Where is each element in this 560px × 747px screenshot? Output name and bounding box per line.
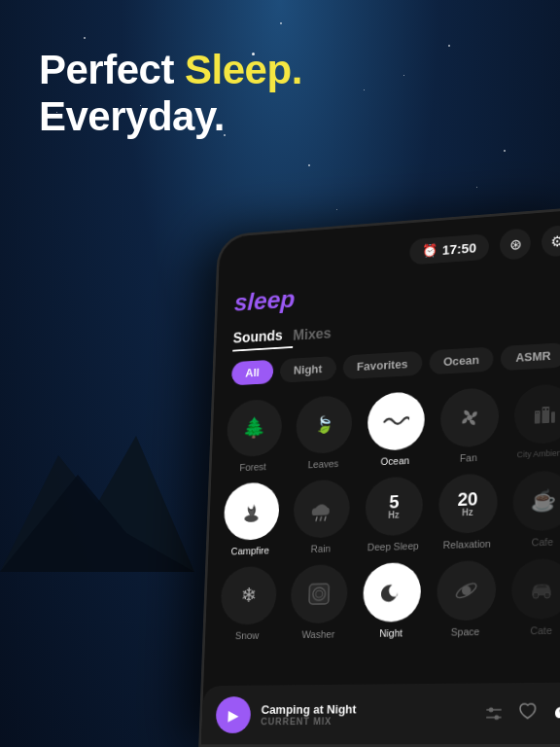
svg-rect-8 xyxy=(543,409,545,410)
play-button[interactable]: ▶ xyxy=(216,696,252,733)
svg-point-19 xyxy=(533,592,539,598)
sound-deep-sleep[interactable]: 5 Hz Deep Sleep xyxy=(362,476,426,552)
sound-ocean[interactable]: Ocean xyxy=(364,391,427,468)
washer-label: Washer xyxy=(301,628,334,640)
sound-cate[interactable]: Cate xyxy=(508,558,560,637)
sound-leaves[interactable]: 🍃 Leaves xyxy=(293,395,355,471)
rain-icon xyxy=(308,495,335,523)
headline-container: Perfect Sleep. Everyday. xyxy=(39,47,302,141)
filter-ocean[interactable]: Ocean xyxy=(429,346,494,374)
player-subtitle: CURRENT MIX xyxy=(261,716,473,727)
washer-icon xyxy=(306,580,333,608)
svg-rect-5 xyxy=(551,411,555,423)
forest-icon: 🌲 xyxy=(242,416,265,441)
space-icon xyxy=(453,578,479,604)
fan-icon xyxy=(456,405,482,431)
deep-sleep-number: 5 xyxy=(388,492,400,511)
sound-city[interactable]: City Ambience xyxy=(511,383,560,462)
tab-mixes[interactable]: Mixes xyxy=(293,321,342,347)
sound-relaxation[interactable]: 20 Hz Relaxation xyxy=(435,473,500,551)
deep-sleep-hz: Hz xyxy=(388,511,399,520)
sound-circle-washer xyxy=(291,564,349,623)
svg-line-11 xyxy=(316,517,317,521)
cate-label: Cate xyxy=(530,624,552,636)
svg-line-13 xyxy=(325,516,326,520)
leaves-icon: 🍃 xyxy=(315,414,334,435)
settings-button[interactable]: ⚙ xyxy=(542,225,560,258)
campfire-icon xyxy=(237,497,265,526)
timer-badge[interactable]: ⏰ 17:50 xyxy=(409,233,489,265)
cafe-icon: ☕ xyxy=(530,488,555,514)
play-icon: ▶ xyxy=(228,706,238,724)
sound-circle-deep-sleep: 5 Hz xyxy=(365,476,423,536)
sound-circle-ocean xyxy=(367,391,425,451)
sound-space[interactable]: Space xyxy=(434,560,499,638)
mix-button[interactable] xyxy=(484,706,503,722)
svg-rect-3 xyxy=(535,410,541,423)
sound-circle-cafe: ☕ xyxy=(512,470,560,531)
sound-fan[interactable]: Fan xyxy=(437,387,501,465)
snow-label: Snow xyxy=(235,629,260,641)
svg-rect-7 xyxy=(538,412,539,413)
filter-favorites[interactable]: Favorites xyxy=(342,351,422,379)
headline-line1: Perfect Sleep. xyxy=(39,47,302,93)
player-bar: ▶ Camping at Night CURRENT MIX xyxy=(201,682,560,744)
car-icon xyxy=(529,578,555,599)
wave-icon xyxy=(382,411,409,431)
antenna-icon: ⊛ xyxy=(509,235,521,253)
sound-circle-forest: 🌲 xyxy=(227,399,283,458)
sound-circle-leaves: 🍃 xyxy=(296,395,353,454)
sound-circle-cate xyxy=(511,558,560,620)
player-controls xyxy=(484,701,560,726)
fan-label: Fan xyxy=(460,452,477,464)
svg-point-24 xyxy=(494,715,499,720)
filter-all[interactable]: All xyxy=(231,360,273,386)
sleep-mode-button[interactable] xyxy=(552,701,560,726)
svg-point-2 xyxy=(467,414,472,420)
favorite-button[interactable] xyxy=(518,702,538,725)
sound-circle-campfire xyxy=(223,481,279,541)
timer-value: 17:50 xyxy=(442,239,477,257)
svg-rect-6 xyxy=(536,412,537,413)
space-label: Space xyxy=(451,625,480,637)
sound-circle-city xyxy=(514,383,560,445)
filter-night[interactable]: Night xyxy=(279,356,335,383)
sound-circle-snow: ❄ xyxy=(220,566,277,625)
filter-asmr[interactable]: ASMR xyxy=(501,342,560,371)
tab-sounds[interactable]: Sounds xyxy=(232,324,293,352)
headline-prefix: Perfect xyxy=(39,47,185,92)
sound-night[interactable]: Night xyxy=(360,562,424,639)
sound-forest[interactable]: 🌲 Forest xyxy=(224,399,285,474)
settings-icon: ⚙ xyxy=(550,232,560,250)
deep-sleep-label: Deep Sleep xyxy=(368,540,419,552)
forest-label: Forest xyxy=(239,461,266,473)
antenna-button[interactable]: ⊛ xyxy=(500,228,531,260)
sound-washer[interactable]: Washer xyxy=(288,564,351,640)
svg-rect-14 xyxy=(309,584,329,604)
player-title: Camping at Night xyxy=(261,701,473,717)
sound-circle-space xyxy=(437,560,497,622)
headline-line2: Everyday. xyxy=(39,93,302,140)
cafe-label: Cafe xyxy=(532,536,554,548)
sound-cafe[interactable]: ☕ Cafe xyxy=(509,470,560,549)
leaves-label: Leaves xyxy=(307,458,338,470)
player-info: Camping at Night CURRENT MIX xyxy=(261,701,473,727)
sound-circle-night xyxy=(363,562,422,622)
mountain-silhouette xyxy=(0,377,194,572)
sounds-grid: 🌲 Forest 🍃 Leaves Ocean xyxy=(205,378,560,645)
sound-circle-relaxation: 20 Hz xyxy=(438,473,497,534)
svg-point-20 xyxy=(544,592,550,598)
sound-circle-fan xyxy=(439,387,499,448)
sound-rain[interactable]: Rain xyxy=(291,479,354,554)
campfire-label: Campfire xyxy=(230,545,269,556)
mix-icon xyxy=(484,706,503,722)
relaxation-label: Relaxation xyxy=(443,538,491,551)
sound-circle-rain xyxy=(294,479,351,538)
sound-snow[interactable]: ❄ Snow xyxy=(217,566,279,641)
player-moon-icon xyxy=(552,701,560,721)
sound-campfire[interactable]: Campfire xyxy=(220,481,282,556)
svg-line-12 xyxy=(321,516,322,520)
rain-label: Rain xyxy=(311,543,332,554)
timer-icon: ⏰ xyxy=(422,243,438,259)
ocean-label: Ocean xyxy=(380,455,409,467)
